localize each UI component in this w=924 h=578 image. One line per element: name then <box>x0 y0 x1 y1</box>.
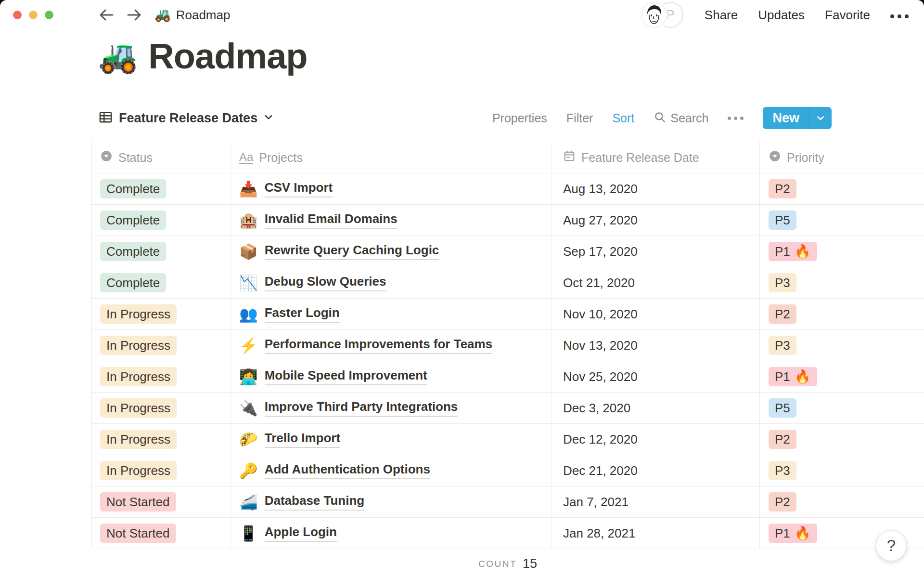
forward-arrow-icon[interactable] <box>127 8 142 22</box>
project-cell[interactable]: ⚡ Performance Improvements for Teams <box>231 330 552 361</box>
collaborator-avatars[interactable]: P <box>641 2 683 28</box>
date-cell[interactable]: Nov 10, 2020 <box>552 299 759 329</box>
status-cell[interactable]: In Progress <box>92 330 231 361</box>
status-cell[interactable]: In Progress <box>92 455 231 486</box>
sort-button[interactable]: Sort <box>612 111 634 125</box>
priority-cell[interactable]: P1 🔥 <box>759 361 924 392</box>
view-switcher[interactable]: Feature Release Dates <box>98 110 274 127</box>
traffic-lights <box>13 11 53 19</box>
status-badge: In Progress <box>100 367 177 386</box>
project-link[interactable]: Invalid Email Domains <box>265 211 398 229</box>
priority-cell[interactable]: P3 <box>759 330 924 361</box>
status-cell[interactable]: In Progress <box>92 299 231 329</box>
priority-cell[interactable]: P2 <box>759 424 924 455</box>
date-cell[interactable]: Dec 3, 2020 <box>552 393 759 423</box>
view-options-icon[interactable] <box>728 117 744 120</box>
priority-label: P2 <box>775 307 790 322</box>
search-button[interactable]: Search <box>654 111 708 125</box>
date-cell[interactable]: Dec 12, 2020 <box>552 424 759 455</box>
priority-cell[interactable]: P1 🔥 <box>759 236 924 267</box>
status-cell[interactable]: In Progress <box>92 393 231 423</box>
breadcrumb[interactable]: 🚜 Roadmap <box>154 8 230 23</box>
project-cell[interactable]: 📦 Rewrite Query Caching Logic <box>231 236 552 267</box>
project-link[interactable]: Trello Import <box>265 431 340 448</box>
new-button-label[interactable]: New <box>763 107 809 129</box>
share-button[interactable]: Share <box>705 8 738 23</box>
date-cell[interactable]: Dec 21, 2020 <box>552 455 759 486</box>
column-label: Priority <box>787 151 824 165</box>
project-link[interactable]: Faster Login <box>265 305 340 323</box>
project-link[interactable]: CSV Import <box>265 180 333 197</box>
date-cell[interactable]: Oct 21, 2020 <box>552 267 759 298</box>
status-cell[interactable]: Complete <box>92 173 231 204</box>
status-cell[interactable]: Complete <box>92 236 231 267</box>
priority-badge: P2 <box>769 430 796 449</box>
project-cell[interactable]: 📉 Debug Slow Queries <box>231 267 552 298</box>
date-value: Nov 25, 2020 <box>563 369 638 384</box>
project-cell[interactable]: 🚄 Database Tuning <box>231 486 552 517</box>
project-cell[interactable]: 👩‍💻 Mobile Speed Improvement <box>231 361 552 392</box>
project-link[interactable]: Apple Login <box>265 525 337 542</box>
date-cell[interactable]: Jan 7, 2021 <box>552 486 759 517</box>
favorite-button[interactable]: Favorite <box>825 8 870 23</box>
properties-button[interactable]: Properties <box>492 111 547 125</box>
project-cell[interactable]: 🔑 Add Authentication Options <box>231 455 552 486</box>
project-cell[interactable]: 🔌 Improve Third Party Integrations <box>231 393 552 423</box>
date-cell[interactable]: Nov 25, 2020 <box>552 361 759 392</box>
project-cell[interactable]: 🏨 Invalid Email Domains <box>231 205 552 236</box>
project-link[interactable]: Improve Third Party Integrations <box>265 399 458 417</box>
date-cell[interactable]: Jan 28, 2021 <box>552 518 759 549</box>
filter-button[interactable]: Filter <box>566 111 593 125</box>
status-cell[interactable]: In Progress <box>92 424 231 455</box>
date-cell[interactable]: Nov 13, 2020 <box>552 330 759 361</box>
project-link[interactable]: Performance Improvements for Teams <box>265 337 492 354</box>
project-icon: 👩‍💻 <box>239 369 258 384</box>
priority-cell[interactable]: P2 <box>759 299 924 329</box>
back-arrow-icon[interactable] <box>99 8 114 22</box>
column-header-priority[interactable]: Priority <box>759 142 924 173</box>
priority-cell[interactable]: P5 <box>759 393 924 423</box>
date-cell[interactable]: Sep 17, 2020 <box>552 236 759 267</box>
more-options-icon[interactable] <box>890 12 909 18</box>
zoom-window-button[interactable] <box>45 11 53 19</box>
updates-button[interactable]: Updates <box>758 8 805 23</box>
column-header-status[interactable]: Status <box>92 142 231 173</box>
project-link[interactable]: Database Tuning <box>265 493 365 511</box>
minimize-window-button[interactable] <box>29 11 38 19</box>
priority-cell[interactable]: P3 <box>759 267 924 298</box>
page-title[interactable]: Roadmap <box>148 36 307 77</box>
page-icon[interactable]: 🚜 <box>98 40 138 72</box>
priority-cell[interactable]: P3 <box>759 455 924 486</box>
project-link[interactable]: Debug Slow Queries <box>265 274 386 291</box>
date-cell[interactable]: Aug 13, 2020 <box>552 173 759 204</box>
status-cell[interactable]: Complete <box>92 267 231 298</box>
column-header-feature-release-date[interactable]: Feature Release Date <box>552 142 759 173</box>
close-window-button[interactable] <box>13 11 22 19</box>
project-cell[interactable]: 🌮 Trello Import <box>231 424 552 455</box>
priority-cell[interactable]: P2 <box>759 173 924 204</box>
project-link[interactable]: Rewrite Query Caching Logic <box>265 243 439 260</box>
help-button[interactable]: ? <box>876 530 907 561</box>
status-cell[interactable]: In Progress <box>92 361 231 392</box>
date-value: Aug 13, 2020 <box>563 182 638 197</box>
project-cell[interactable]: 📥 CSV Import <box>231 173 552 204</box>
column-header-projects[interactable]: Aa Projects <box>231 142 552 173</box>
new-button[interactable]: New <box>763 107 832 129</box>
priority-cell[interactable]: P5 <box>759 205 924 236</box>
count-label: COUNT <box>478 559 517 569</box>
project-link[interactable]: Add Authentication Options <box>265 462 430 479</box>
project-cell[interactable]: 👥 Faster Login <box>231 299 552 329</box>
table-row: Not Started 📱 Apple Login Jan 28, 2021 P… <box>92 518 924 549</box>
status-cell[interactable]: Complete <box>92 205 231 236</box>
project-icon: 🔑 <box>239 463 258 478</box>
priority-cell[interactable]: P2 <box>759 486 924 517</box>
project-cell[interactable]: 📱 Apple Login <box>231 518 552 549</box>
new-button-chevron-icon[interactable] <box>809 107 832 129</box>
project-icon: 🚄 <box>239 495 258 510</box>
status-cell[interactable]: Not Started <box>92 486 231 517</box>
date-cell[interactable]: Aug 27, 2020 <box>552 205 759 236</box>
sidebar-menu-icon[interactable] <box>71 9 86 21</box>
project-link[interactable]: Mobile Speed Improvement <box>265 368 427 385</box>
status-cell[interactable]: Not Started <box>92 518 231 549</box>
table-row: Complete 📦 Rewrite Query Caching Logic S… <box>92 236 924 267</box>
